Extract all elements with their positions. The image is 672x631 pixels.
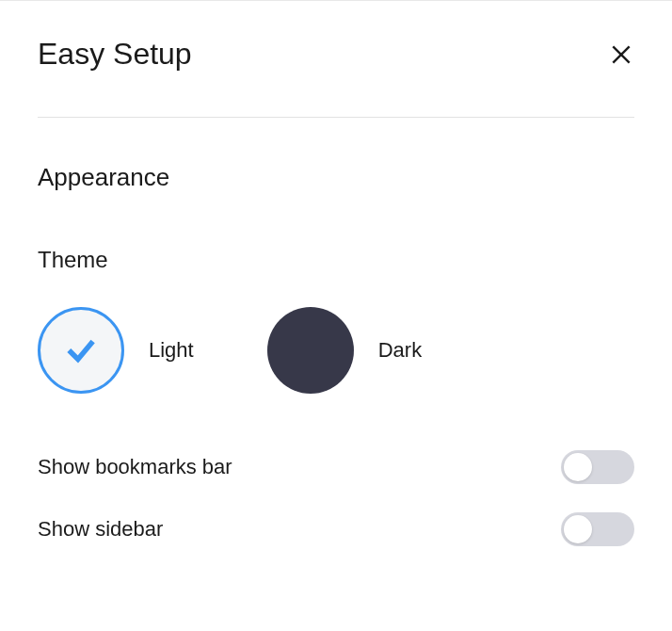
- toggle-row-bookmarks: Show bookmarks bar: [38, 450, 634, 484]
- theme-heading: Theme: [38, 247, 634, 273]
- theme-label-light: Light: [149, 338, 194, 363]
- panel-header: Easy Setup: [38, 37, 634, 72]
- close-icon: [609, 42, 633, 67]
- theme-option-light[interactable]: Light: [38, 307, 194, 394]
- theme-swatch-light: [38, 307, 124, 394]
- checkmark-icon: [63, 332, 99, 368]
- panel-title: Easy Setup: [38, 37, 192, 72]
- theme-label-dark: Dark: [378, 338, 422, 363]
- theme-swatch-dark: [267, 307, 354, 394]
- toggle-knob: [564, 515, 592, 543]
- divider: [38, 117, 634, 118]
- close-button[interactable]: [608, 41, 634, 68]
- bookmarks-toggle-label: Show bookmarks bar: [38, 455, 232, 479]
- theme-options: Light Dark: [38, 307, 634, 394]
- theme-option-dark[interactable]: Dark: [267, 307, 422, 394]
- easy-setup-panel: Easy Setup Appearance Theme Light Dark S…: [0, 1, 672, 546]
- sidebar-toggle[interactable]: [561, 512, 634, 546]
- toggle-row-sidebar: Show sidebar: [38, 512, 634, 546]
- toggle-knob: [564, 453, 592, 481]
- bookmarks-toggle[interactable]: [561, 450, 634, 484]
- appearance-heading: Appearance: [38, 163, 634, 192]
- sidebar-toggle-label: Show sidebar: [38, 517, 163, 542]
